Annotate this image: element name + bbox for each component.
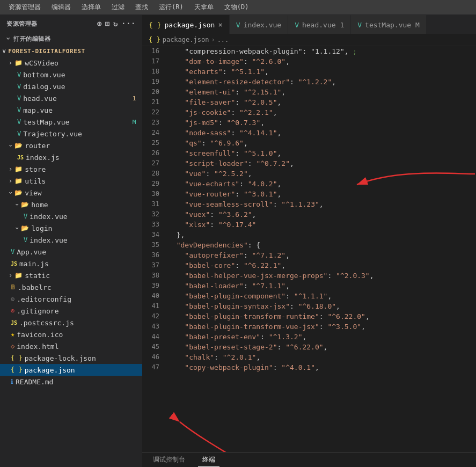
breadcrumb-path: ...: [217, 36, 229, 43]
root-folder[interactable]: ∨ FOREST-DIGITALFOREST: [0, 45, 142, 57]
menu-find[interactable]: 查找: [131, 2, 152, 13]
code-line-45: 45 "babel-preset-stage-2": "^6.22.0",: [142, 342, 476, 352]
line-number: 29: [142, 179, 166, 189]
line-number: 31: [142, 199, 166, 209]
sidebar-item-favicon[interactable]: ★ favicon.ico: [0, 329, 142, 340]
index-html-label: index.html: [17, 342, 142, 351]
menu-tiannadang[interactable]: 天拿单: [190, 2, 218, 13]
folder-icon: 📁: [14, 272, 23, 279]
tab-close-icon[interactable]: ×: [218, 20, 222, 29]
new-folder-icon[interactable]: ⊞: [105, 19, 110, 28]
sidebar-item-home-index[interactable]: V index.vue: [0, 210, 142, 222]
line-content: "vue": "^2.5.2",: [166, 169, 476, 179]
line-number: 23: [142, 118, 166, 128]
line-content: },: [166, 230, 476, 240]
sidebar-item-static[interactable]: › 📁 static: [0, 269, 142, 281]
line-number: 27: [142, 158, 166, 169]
folder-arrow-open-icon: ›: [13, 226, 21, 230]
sidebar-item-package-lock[interactable]: { } package-lock.json: [0, 352, 142, 364]
new-file-icon[interactable]: ⊕: [97, 19, 102, 28]
sidebar-item-babelrc[interactable]: 𝔹 .babelrc: [0, 281, 142, 293]
folder-arrow-icon: ›: [9, 59, 12, 67]
sidebar-item-login-index[interactable]: V index.vue: [0, 234, 142, 246]
config-file-icon: ⚙: [11, 295, 14, 303]
sidebar-item-editorconfig[interactable]: ⚙ .editorconfig: [0, 293, 142, 305]
menu-edit[interactable]: 编辑器: [47, 2, 75, 13]
tab-testmap-vue[interactable]: V testMap.vue M: [351, 15, 427, 34]
tab-index-vue[interactable]: V index.vue: [230, 15, 288, 34]
line-content: "xlsx": "^0.17.4": [166, 220, 476, 230]
bottom-tab-terminal[interactable]: 终端: [198, 453, 219, 467]
code-line-24: 24 "node-sass": "^4.14.1",: [142, 128, 476, 138]
sidebar-item-utils[interactable]: › 📁 utils: [0, 175, 142, 187]
ico-file-icon: ★: [11, 331, 14, 338]
tab-head-vue[interactable]: V head.vue 1: [288, 15, 351, 34]
trajectory-vue-label: Trajectory.vue: [23, 130, 142, 138]
line-number: 34: [142, 230, 166, 240]
folder-arrow-open-icon: ›: [7, 143, 14, 147]
code-line-19: 19 "element-resize-detector": "^1.2.2",: [142, 77, 476, 87]
menu-wenwu[interactable]: 文物(D): [220, 2, 253, 13]
sidebar-item-home[interactable]: › 📂 home: [0, 199, 142, 210]
folder-expand-icon: ∨: [2, 47, 6, 55]
sidebar-item-map-vue[interactable]: V map.vue: [0, 104, 142, 116]
breadcrumb-filename: package.json: [163, 36, 209, 43]
line-content: "babel-plugin-transform-vue-jsx": "^3.5.…: [166, 322, 476, 332]
line-content: "devDependencies": {: [166, 240, 476, 250]
sidebar-item-trajectory-vue[interactable]: V Trajectory.vue: [0, 128, 142, 140]
vue-file-icon: V: [24, 213, 27, 220]
sidebar-item-dialog-vue[interactable]: V dialog.vue: [0, 81, 142, 92]
sidebar-item-postcssrc[interactable]: JS .postcssrc.js: [0, 317, 142, 329]
postcssrc-label: .postcssrc.js: [19, 319, 142, 327]
sidebar-item-testmap-vue[interactable]: V testMap.vue M: [0, 116, 142, 128]
line-number: 35: [142, 240, 166, 250]
code-line-33: 33 "xlsx": "^0.17.4": [142, 220, 476, 230]
folder-arrow-icon: ›: [9, 272, 12, 279]
line-number: 28: [142, 169, 166, 179]
sidebar-item-router[interactable]: › 📂 router: [0, 140, 142, 151]
code-editor[interactable]: 16 "compression-webpack-plugin": "1.1.12…: [142, 46, 476, 452]
menu-select[interactable]: 选择单: [77, 2, 105, 13]
sidebar-item-view[interactable]: › 📂 view: [0, 187, 142, 199]
line-number: 46: [142, 352, 166, 362]
folder-arrow-icon: ›: [9, 177, 12, 185]
line-content: "node-sass": "^4.14.1",: [166, 128, 476, 138]
line-number: 40: [142, 291, 166, 301]
sidebar-item-router-index[interactable]: JS index.js: [0, 151, 142, 163]
sidebar-item-readme[interactable]: ℹ README.md: [0, 376, 142, 388]
line-number: 32: [142, 209, 166, 220]
bottom-vue-label: bottom.vue: [23, 71, 142, 79]
sidebar-item-head-vue[interactable]: V head.vue 1: [0, 92, 142, 104]
menu-run[interactable]: 运行(R): [155, 2, 188, 13]
menu-filter[interactable]: 过滤: [107, 2, 129, 13]
babelrc-label: .babelrc: [18, 283, 142, 291]
sidebar-item-package-json[interactable]: { } package.json: [0, 364, 142, 376]
menu-explorer[interactable]: 资源管理器: [4, 2, 45, 13]
ellipsis-icon[interactable]: ···: [121, 19, 136, 28]
testmap-badge: M: [130, 119, 138, 126]
sidebar-item-index-html[interactable]: ◇ index.html: [0, 340, 142, 352]
line-content: "compression-webpack-plugin": "1.1.12", …: [166, 46, 476, 56]
sidebar-header: 资源管理器 ⊕ ⊞ ↻ ···: [0, 15, 142, 32]
sidebar-item-main-js[interactable]: JS main.js: [0, 258, 142, 269]
tab-package-json[interactable]: { } package.json ×: [142, 15, 230, 34]
html-file-icon: ◇: [11, 342, 14, 350]
line-content: "copy-webpack-plugin": "^4.0.1",: [166, 362, 476, 373]
line-content: "babel-preset-stage-2": "^6.22.0",: [166, 342, 476, 352]
sidebar-item-login[interactable]: › 📂 login: [0, 222, 142, 234]
line-content: "js-cookie": "^2.2.1",: [166, 107, 476, 118]
bottom-tab-debug[interactable]: 调试控制台: [149, 453, 189, 466]
open-editors-section[interactable]: 打开的编辑器: [0, 32, 142, 45]
sidebar-item-store[interactable]: › 📁 store: [0, 163, 142, 175]
sidebar-item-bottom-vue[interactable]: V bottom.vue: [0, 69, 142, 81]
main-layout: 资源管理器 ⊕ ⊞ ↻ ··· 打开的编辑器 ∨ FOREST-DIGITALF…: [0, 15, 476, 467]
line-content: "babel-helper-vue-jsx-merge-props": "^2.…: [166, 271, 476, 281]
root-folder-label: FOREST-DIGITALFOREST: [8, 48, 142, 55]
sidebar-item-wcsVideo[interactable]: › 📁 wCSVideo: [0, 57, 142, 69]
sidebar-item-app-vue[interactable]: V App.vue: [0, 246, 142, 258]
code-line-43: 43 "babel-plugin-transform-vue-jsx": "^3…: [142, 322, 476, 332]
refresh-icon[interactable]: ↻: [113, 19, 118, 28]
babel-file-icon: 𝔹: [11, 283, 16, 291]
sidebar-item-gitignore[interactable]: ⊙ .gitignore: [0, 305, 142, 317]
login-label: login: [31, 224, 142, 232]
